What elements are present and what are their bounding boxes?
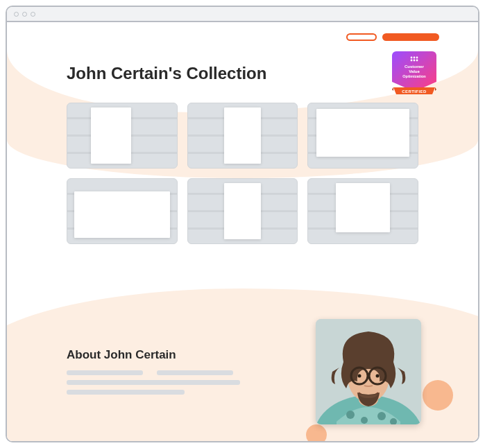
about-section: About John Certain [67, 348, 275, 399]
window-control-dot[interactable] [22, 12, 27, 17]
main-content: John Certain's Collection [67, 64, 418, 244]
svg-point-9 [361, 417, 368, 424]
svg-point-1 [414, 57, 416, 59]
collection-grid [67, 103, 418, 244]
collection-card[interactable] [67, 103, 178, 169]
top-nav-buttons [346, 33, 439, 41]
author-avatar [316, 319, 421, 424]
text-placeholder [157, 370, 233, 375]
svg-point-2 [416, 57, 418, 59]
svg-point-0 [411, 57, 413, 59]
nav-button-primary[interactable] [382, 33, 439, 41]
text-placeholder [67, 370, 143, 375]
decorative-circle [306, 424, 327, 441]
about-title: About John Certain [67, 348, 275, 362]
svg-point-18 [376, 374, 380, 378]
collection-card[interactable] [187, 103, 298, 169]
text-placeholder [67, 390, 185, 395]
page-viewport: Customer Value Optimization CERTIFIED Jo… [7, 22, 478, 441]
decorative-circle [423, 380, 453, 411]
svg-point-4 [414, 60, 416, 62]
browser-frame: Customer Value Optimization CERTIFIED Jo… [6, 6, 479, 442]
svg-point-10 [377, 412, 386, 420]
svg-point-3 [411, 60, 413, 62]
window-control-dot[interactable] [14, 12, 19, 17]
collection-card[interactable] [307, 103, 418, 169]
collection-card[interactable] [307, 178, 418, 244]
collection-card[interactable] [67, 178, 178, 244]
page-title: John Certain's Collection [67, 64, 418, 83]
collection-card[interactable] [187, 178, 298, 244]
svg-point-17 [358, 374, 361, 378]
text-placeholder [67, 380, 240, 385]
nav-button-outline[interactable] [346, 33, 377, 41]
svg-point-5 [416, 60, 418, 62]
browser-tabbar [7, 7, 478, 22]
svg-point-8 [346, 411, 355, 419]
window-control-dot[interactable] [31, 12, 35, 17]
